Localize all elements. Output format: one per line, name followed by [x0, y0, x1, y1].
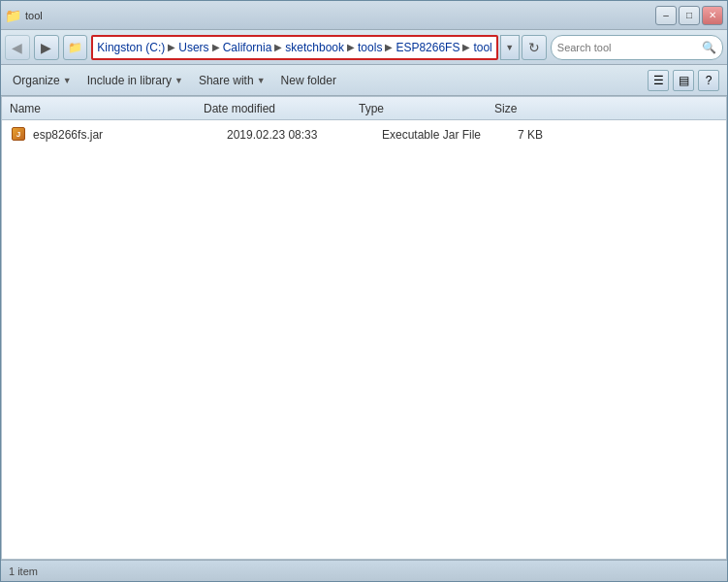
breadcrumb-sep-2: ▶	[212, 42, 220, 52]
breadcrumb-item-esp8266fs[interactable]: ESP8266FS	[396, 41, 459, 54]
main-area: Name Date modified Type Size J esp8266fs…	[1, 96, 727, 560]
title-bar: 📁 tool – □ ✕	[1, 1, 727, 30]
refresh-icon: ↻	[528, 40, 540, 55]
file-name: esp8266fs.jar	[33, 128, 227, 142]
close-button[interactable]: ✕	[702, 6, 723, 25]
column-header-size[interactable]: Size	[491, 102, 568, 115]
column-headers: Name Date modified Type Size	[2, 97, 726, 120]
forward-icon: ▶	[41, 40, 51, 55]
title-bar-left: 📁 tool	[5, 8, 43, 23]
include-library-arrow: ▼	[174, 76, 183, 85]
folder-icon: 📁	[68, 41, 82, 54]
breadcrumb-sep-3: ▶	[274, 42, 282, 52]
new-folder-label: New folder	[281, 74, 336, 87]
breadcrumb-item-california[interactable]: California	[223, 41, 272, 54]
view-controls: ☰ ▤ ?	[648, 70, 719, 91]
window-title: tool	[25, 10, 43, 21]
breadcrumb-item-sketchbook[interactable]: sketchbook	[285, 41, 344, 54]
column-header-date[interactable]: Date modified	[200, 102, 355, 115]
file-icon: J	[10, 126, 29, 144]
share-with-label: Share with	[199, 74, 254, 87]
window-frame: 📁 tool – □ ✕ ◀ ▶ 📁 Kingston (C:) ▶ Users	[0, 0, 728, 582]
column-header-type[interactable]: Type	[355, 102, 491, 115]
help-button[interactable]: ?	[698, 70, 719, 91]
item-count: 1 item	[9, 566, 38, 577]
include-library-button[interactable]: Include in library ▼	[83, 72, 187, 89]
breadcrumb-sep-1: ▶	[168, 42, 175, 52]
minimize-button[interactable]: –	[655, 6, 677, 25]
new-folder-button[interactable]: New folder	[277, 72, 340, 89]
search-input[interactable]	[557, 42, 698, 53]
maximize-button[interactable]: □	[679, 6, 700, 25]
file-size: 7 KB	[518, 128, 595, 142]
share-with-button[interactable]: Share with ▼	[195, 72, 269, 89]
address-dropdown-button[interactable]: ▼	[500, 35, 520, 60]
file-list: J esp8266fs.jar 2019.02.23 08:33 Executa…	[2, 120, 726, 559]
organize-button[interactable]: Organize ▼	[9, 72, 76, 89]
view-toggle-button[interactable]: ☰	[648, 70, 669, 91]
table-row[interactable]: J esp8266fs.jar 2019.02.23 08:33 Executa…	[2, 124, 726, 146]
organize-label: Organize	[13, 74, 60, 87]
file-type: Executable Jar File	[382, 128, 518, 142]
forward-button[interactable]: ▶	[34, 35, 59, 60]
action-toolbar: Organize ▼ Include in library ▼ Share wi…	[1, 65, 727, 96]
address-bar-container: Kingston (C:) ▶ Users ▶ California ▶ ske…	[91, 35, 547, 60]
back-button[interactable]: ◀	[5, 35, 30, 60]
refresh-button[interactable]: ↻	[522, 35, 547, 60]
include-library-label: Include in library	[87, 74, 172, 87]
title-bar-controls: – □ ✕	[655, 6, 723, 25]
organize-arrow: ▼	[63, 76, 72, 85]
breadcrumb-sep-6: ▶	[462, 42, 470, 52]
breadcrumb: Kingston (C:) ▶ Users ▶ California ▶ ske…	[97, 41, 492, 54]
jar-icon: J	[12, 127, 27, 143]
nav-toolbar: ◀ ▶ 📁 Kingston (C:) ▶ Users ▶ California…	[1, 30, 727, 65]
share-with-arrow: ▼	[257, 76, 266, 85]
breadcrumb-sep-4: ▶	[347, 42, 355, 52]
breadcrumb-item-users[interactable]: Users	[178, 41, 208, 54]
status-bar: 1 item	[1, 560, 727, 581]
breadcrumb-item-tool[interactable]: tool	[473, 41, 491, 54]
search-container: 🔍	[551, 35, 723, 60]
back-icon: ◀	[12, 40, 22, 55]
breadcrumb-sep-5: ▶	[385, 42, 393, 52]
breadcrumb-item-kingston[interactable]: Kingston (C:)	[97, 41, 165, 54]
up-folder-button[interactable]: 📁	[63, 35, 88, 60]
search-icon: 🔍	[702, 41, 716, 54]
file-area: Name Date modified Type Size J esp8266fs…	[1, 96, 727, 560]
address-bar[interactable]: Kingston (C:) ▶ Users ▶ California ▶ ske…	[91, 35, 498, 60]
column-header-name[interactable]: Name	[6, 102, 200, 115]
file-date: 2019.02.23 08:33	[227, 128, 382, 142]
breadcrumb-item-tools[interactable]: tools	[358, 41, 382, 54]
view-details-button[interactable]: ▤	[673, 70, 694, 91]
